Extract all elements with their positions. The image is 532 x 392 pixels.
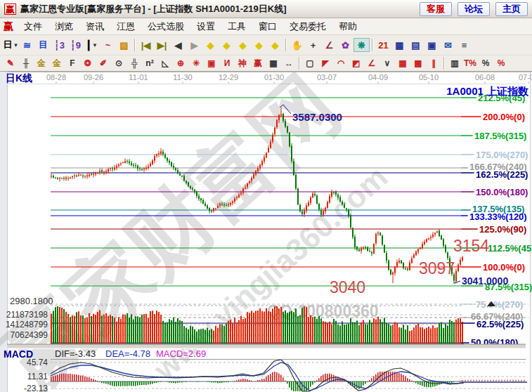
arc-tool-icon[interactable]: ◠ bbox=[333, 56, 349, 70]
home-button[interactable]: 主页 bbox=[495, 2, 528, 16]
shen-tool-icon[interactable]: 神 bbox=[235, 56, 250, 70]
candle-body bbox=[403, 263, 404, 268]
target-circle-icon[interactable]: ⊕ bbox=[173, 56, 188, 70]
macd-hist-bar-down bbox=[101, 381, 103, 383]
menu-item-9[interactable]: 帮助 bbox=[332, 18, 363, 35]
nav-next-button[interactable]: ▶ bbox=[186, 38, 202, 52]
network-icon[interactable]: ≋ bbox=[19, 38, 35, 52]
notepad-icon[interactable]: ▤ bbox=[408, 38, 424, 52]
draw-pen-icon[interactable]: ✎ bbox=[3, 56, 18, 70]
small-chart-3-icon[interactable]: ┆3 bbox=[51, 38, 67, 52]
volume-bar bbox=[253, 313, 254, 344]
gann-fan-icon[interactable]: ◤ bbox=[318, 56, 333, 70]
nav-last-button[interactable]: ▶| bbox=[154, 38, 170, 52]
mirror-icon[interactable]: ◺ bbox=[157, 56, 173, 70]
grid-icon[interactable]: ▦ bbox=[395, 56, 410, 70]
macd-hist-bar-down bbox=[308, 381, 309, 389]
ruler-icon[interactable]: ╫ bbox=[18, 56, 34, 70]
menu-item-0[interactable]: 文件 bbox=[18, 18, 48, 35]
column-list-icon[interactable]: ▥ bbox=[447, 56, 462, 70]
fan-square-icon[interactable]: ◩ bbox=[349, 56, 364, 70]
parallel-lines-icon[interactable]: ∥ bbox=[426, 56, 441, 70]
abacus-icon[interactable]: ▦ bbox=[266, 56, 281, 70]
box-corner-icon[interactable]: ▢ bbox=[302, 56, 318, 70]
i-quote-icon[interactable]: И bbox=[219, 56, 235, 70]
small-chart-9-icon[interactable]: ┆9 bbox=[67, 38, 84, 52]
grid-icon: ▦ bbox=[398, 58, 406, 68]
percent-strike-icon[interactable]: T% bbox=[462, 56, 478, 70]
spiral-icon[interactable]: ❂ bbox=[80, 56, 96, 70]
volume-bar bbox=[460, 318, 461, 344]
ying-tool-icon[interactable]: 赢 bbox=[250, 56, 266, 70]
gold-split-b-icon[interactable]: 金 bbox=[49, 56, 65, 70]
time-cycle-icon[interactable]: ⊙ bbox=[111, 56, 126, 70]
gann-move-right-icon[interactable]: ◆ bbox=[219, 38, 235, 52]
crosshair-tool-icon[interactable]: + bbox=[305, 38, 321, 52]
n2-icon[interactable]: n² bbox=[142, 56, 157, 70]
angle-lines-icon[interactable]: ∠ bbox=[364, 56, 379, 70]
cycle-3d-icon[interactable]: ❋ bbox=[353, 38, 370, 52]
candle-body bbox=[441, 235, 442, 240]
angle-measure-icon[interactable]: ∠ bbox=[321, 38, 337, 52]
period-day-button[interactable]: 日▼ bbox=[3, 38, 19, 52]
candle-body bbox=[103, 171, 105, 172]
menu-item-2[interactable]: 资讯 bbox=[79, 18, 110, 35]
macd-hist-bar-down bbox=[417, 381, 419, 384]
candle-style-button[interactable]: ┃▼ bbox=[84, 38, 100, 52]
menu-item-5[interactable]: 设置 bbox=[190, 18, 221, 35]
print-icon[interactable]: ≡ bbox=[456, 38, 472, 52]
color-chart-icon[interactable]: ▨ bbox=[116, 38, 132, 52]
time-share-icon[interactable]: ~ bbox=[100, 38, 116, 52]
gann-fit-icon[interactable]: ◆ bbox=[267, 38, 283, 52]
fib-f-icon[interactable]: F bbox=[65, 56, 80, 70]
hand-tool-icon[interactable]: ✋ bbox=[289, 38, 305, 52]
ribbon-tool-icon[interactable]: ✿ bbox=[337, 38, 353, 52]
nav-prev-button[interactable]: ◀ bbox=[170, 38, 186, 52]
pen-ruler-icon[interactable]: ✐ bbox=[96, 56, 111, 70]
customer-service-button[interactable]: 客服 bbox=[420, 2, 452, 16]
candle-body bbox=[297, 189, 299, 205]
gann-shrink-icon[interactable]: ◆ bbox=[251, 38, 267, 52]
calculator-icon[interactable]: ▦ bbox=[391, 38, 408, 52]
menu-item-1[interactable]: 浏览 bbox=[48, 18, 79, 35]
volume-bar bbox=[78, 311, 79, 344]
volume-bar bbox=[139, 318, 141, 344]
volume-bar bbox=[371, 322, 372, 344]
percent-red-icon[interactable]: % bbox=[493, 56, 509, 70]
menu-item-7[interactable]: 窗口 bbox=[252, 18, 283, 35]
menu-item-3[interactable]: 江恩 bbox=[110, 18, 141, 35]
percent-icon[interactable]: % bbox=[478, 56, 493, 70]
macd-hist-bar-down bbox=[293, 381, 294, 391]
menu-item-4[interactable]: 公式选股 bbox=[141, 18, 190, 35]
gann-stretch-icon[interactable]: ◆ bbox=[235, 38, 251, 52]
gann-move-left-icon[interactable]: ◆ bbox=[202, 38, 219, 52]
swing-high-label: 3154 bbox=[453, 237, 489, 255]
transfer-icon[interactable]: ✉ bbox=[440, 38, 456, 52]
menu-item-6[interactable]: 工具 bbox=[221, 18, 252, 35]
menu-logo-icon: 赢 bbox=[4, 20, 13, 33]
candle-body bbox=[247, 183, 248, 187]
kline-chart-canvas[interactable]: 赢家财富网 www.yingjia360.com QQ:100800360 08… bbox=[0, 72, 532, 392]
save-icon[interactable]: ▣ bbox=[424, 38, 440, 52]
gann-shrink-icon: ◆ bbox=[256, 40, 263, 51]
hand-tool-icon: ✋ bbox=[291, 40, 302, 51]
menu-item-8[interactable]: 交易委托 bbox=[283, 18, 332, 35]
star-burst-icon[interactable]: ✳ bbox=[188, 56, 204, 70]
grid-arrow-icon[interactable]: ▩ bbox=[410, 56, 426, 70]
macd-hist-bar-down bbox=[148, 381, 149, 384]
gold-split-a-icon[interactable]: 金 bbox=[34, 56, 49, 70]
dense-ruler-icon[interactable]: ╬ bbox=[126, 56, 142, 70]
calendar-icon[interactable]: 21 bbox=[375, 38, 391, 52]
forum-button[interactable]: 论坛 bbox=[458, 2, 490, 16]
volume-bar bbox=[339, 325, 341, 344]
nav-first-button[interactable]: |◀ bbox=[138, 38, 154, 52]
volume-bar bbox=[299, 315, 301, 344]
quote-board-icon[interactable]: 目 bbox=[35, 38, 51, 52]
volume-bar bbox=[384, 318, 385, 344]
width-arrows-icon[interactable]: ↔ bbox=[281, 56, 297, 70]
candle-body bbox=[287, 126, 288, 132]
square-spiral-icon[interactable]: ▣ bbox=[204, 56, 219, 70]
macd-hist-bar-up bbox=[329, 374, 330, 381]
macd-hist-bar-up bbox=[84, 377, 86, 381]
zigzag-icon[interactable]: ∨ bbox=[379, 56, 395, 70]
